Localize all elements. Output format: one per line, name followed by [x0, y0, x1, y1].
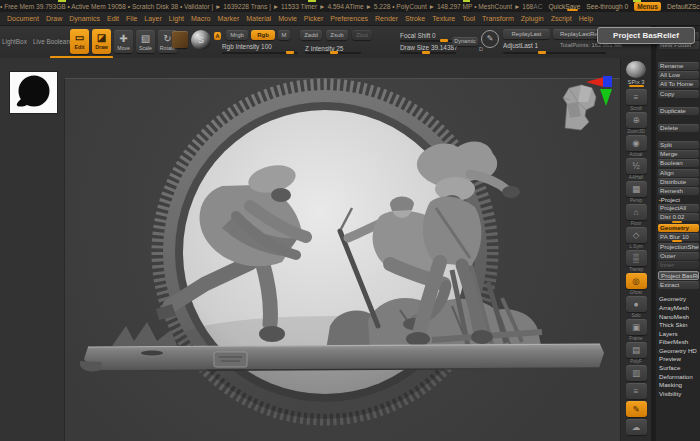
projection-shell-button[interactable]: ProjectionShell: [658, 243, 699, 251]
adjust-last-handle[interactable]: [538, 51, 546, 54]
lsym-icon[interactable]: ◇: [626, 227, 647, 243]
cloud-icon[interactable]: ☁: [626, 419, 647, 435]
subpalette-arraymesh[interactable]: ArrayMesh: [658, 304, 699, 313]
subpalette-fibermesh[interactable]: FiberMesh: [658, 338, 699, 347]
subpalette-preview[interactable]: Preview: [658, 355, 699, 364]
pen-icon[interactable]: ✎: [626, 401, 647, 417]
menu-material[interactable]: Material: [246, 15, 271, 22]
draw-size-handle[interactable]: [422, 51, 430, 54]
default-zscript-button[interactable]: DefaultZScript: [667, 3, 700, 10]
viewport-canvas[interactable]: [0, 58, 620, 441]
lightbox-button[interactable]: LightBox: [2, 38, 27, 45]
see-through-track[interactable]: [567, 9, 578, 11]
live-boolean-button[interactable]: Live Boolean: [33, 38, 70, 45]
project-basrelief-button[interactable]: Project BasRelief: [658, 271, 699, 280]
material-sphere[interactable]: S: [191, 30, 211, 50]
menu-preferences[interactable]: Preferences: [330, 15, 368, 22]
dynamic-button[interactable]: Dynamic: [452, 37, 478, 46]
inner-button[interactable]: Inner: [658, 261, 699, 269]
focal-shift-handle[interactable]: [440, 39, 448, 42]
project-header[interactable]: ▪Project: [658, 196, 699, 204]
subpalette-geometry-hd[interactable]: Geometry HD: [658, 347, 699, 356]
distribute-button[interactable]: Distribute: [658, 178, 699, 186]
menu-render[interactable]: Render: [375, 15, 398, 22]
subpalette-surface[interactable]: Surface: [658, 364, 699, 373]
zoom3d-icon[interactable]: ⊕: [626, 112, 647, 128]
menu-transform[interactable]: Transform: [482, 15, 514, 22]
menu-marker[interactable]: Marker: [217, 15, 239, 22]
focal-shift-slider[interactable]: Focal Shift 0: [400, 32, 436, 39]
see-through-slider[interactable]: See-through 0: [586, 3, 628, 10]
rgb-intensity-handle[interactable]: [286, 51, 294, 54]
aahalf-icon[interactable]: ½: [626, 158, 647, 174]
subpalette-deformation[interactable]: Deformation: [658, 373, 699, 382]
subpalette-nanomesh[interactable]: NanoMesh: [658, 313, 699, 322]
brush-preview-icon[interactable]: ✎: [481, 30, 499, 48]
menu-movie[interactable]: Movie: [278, 15, 297, 22]
merge-button[interactable]: Merge: [658, 150, 699, 158]
stack-icon[interactable]: ≡: [626, 383, 647, 399]
m-button[interactable]: M: [278, 30, 290, 40]
solo-icon[interactable]: ●: [626, 296, 647, 312]
extract-button[interactable]: Extract: [658, 281, 699, 289]
menus-button[interactable]: Menus: [634, 2, 661, 11]
menu-draw[interactable]: Draw: [46, 15, 62, 22]
menu-dynamics[interactable]: Dynamics: [69, 15, 100, 22]
adjust-last-slider[interactable]: AdjustLast 1: [503, 42, 538, 49]
duplicate-button[interactable]: Duplicate: [658, 107, 699, 115]
menu-picker[interactable]: Picker: [304, 15, 323, 22]
adjust-last-track[interactable]: [503, 52, 606, 54]
rgb-intensity-slider[interactable]: Rgb Intensity 100: [222, 43, 272, 50]
zsub-button[interactable]: Zsub: [326, 30, 348, 40]
split-button[interactable]: Split: [658, 141, 699, 149]
menu-zscript[interactable]: Zscript: [551, 15, 572, 22]
subpalette-visibility[interactable]: Visibility: [658, 390, 699, 399]
outer-button[interactable]: Outer: [658, 252, 699, 260]
menu-light[interactable]: Light: [169, 15, 184, 22]
menu-layer[interactable]: Layer: [144, 15, 162, 22]
all-to-home-button[interactable]: All To Home: [658, 80, 699, 88]
menu-help[interactable]: Help: [579, 15, 593, 22]
draw-size-slider[interactable]: Draw Size 39.14387: [400, 44, 458, 51]
frame-icon[interactable]: ▣: [626, 319, 647, 335]
menu-macro[interactable]: Macro: [191, 15, 210, 22]
boolean-button[interactable]: Boolean: [658, 159, 699, 167]
all-low-button[interactable]: All Low: [658, 71, 699, 79]
spix-track[interactable]: [629, 85, 644, 87]
subpalette-geometry[interactable]: Geometry: [658, 295, 699, 304]
remesh-button[interactable]: Remesh: [658, 187, 699, 195]
align-button[interactable]: Align: [658, 169, 699, 177]
polyf-icon[interactable]: ▤: [626, 342, 647, 358]
ghost-icon[interactable]: ◎: [626, 273, 647, 289]
subpalette-masking[interactable]: Masking: [658, 381, 699, 390]
transp-icon[interactable]: ▒: [626, 250, 647, 266]
zcut-button[interactable]: Zcut: [352, 30, 372, 40]
geometry-button[interactable]: Geometry: [658, 224, 699, 232]
menu-file[interactable]: File: [126, 15, 137, 22]
rename-button[interactable]: Rename: [658, 62, 699, 70]
menu-edit[interactable]: Edit: [107, 15, 119, 22]
z-intensity-handle[interactable]: [330, 51, 338, 54]
move-button[interactable]: ✚ Move: [114, 30, 133, 53]
grid-icon[interactable]: ▥: [626, 365, 647, 381]
actual-icon[interactable]: ◉: [626, 135, 647, 151]
replay-last-button[interactable]: ReplayLast: [503, 29, 550, 39]
subpalette-thick-skin[interactable]: Thick Skin: [658, 321, 699, 330]
copy-button[interactable]: Copy: [658, 90, 699, 98]
menu-texture[interactable]: Texture: [432, 15, 455, 22]
edit-button[interactable]: ▭ Edit: [70, 29, 89, 54]
persp-icon[interactable]: ▦: [626, 181, 647, 197]
color-swatch[interactable]: [172, 31, 188, 48]
bpr-sphere-icon[interactable]: [626, 61, 646, 78]
delete-button[interactable]: Delete: [658, 124, 699, 132]
draw-button[interactable]: ◪ Draw: [92, 29, 111, 54]
mrgb-button[interactable]: Mrgb: [226, 30, 248, 40]
menu-zplugin[interactable]: Zplugin: [521, 15, 544, 22]
menu-stroke[interactable]: Stroke: [405, 15, 425, 22]
menu-document[interactable]: Document: [7, 15, 39, 22]
menu-tool[interactable]: Tool: [462, 15, 475, 22]
alpha-chip[interactable]: A: [214, 32, 221, 40]
floor-icon[interactable]: ⌂: [626, 204, 647, 220]
scroll-icon[interactable]: ≡: [626, 89, 647, 105]
scale-button[interactable]: ▧ Scale: [136, 30, 155, 53]
